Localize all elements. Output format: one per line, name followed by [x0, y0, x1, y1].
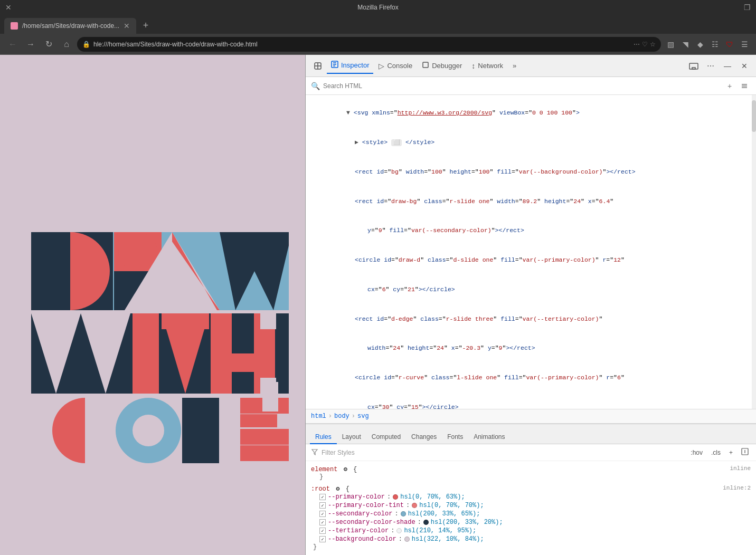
- svg-point-43: [133, 415, 164, 446]
- html-tree[interactable]: ▼ <svg xmlns="http://www.w3.org/2000/svg…: [306, 95, 756, 409]
- svg-rect-41: [85, 398, 119, 463]
- html-node-circle-rcurve-2[interactable]: cx="30" cy="15"></circle>: [306, 393, 756, 409]
- add-rule-button[interactable]: +: [727, 448, 735, 457]
- more-tabs-button[interactable]: »: [508, 58, 521, 74]
- html-node-circle-drawd-2[interactable]: cx="6" cy="21"></circle>: [306, 275, 756, 304]
- primary-color-value: hsl(0, 70%, 63%);: [400, 493, 465, 501]
- star-icon[interactable]: ☆: [650, 41, 656, 48]
- expand-arrow[interactable]: ▼: [346, 109, 354, 116]
- address-bar[interactable]: 🔒 hle:///home/sam/Sites/draw-with-code/d…: [77, 37, 661, 52]
- background-color-swatch[interactable]: [404, 537, 410, 542]
- search-icon: 🔍: [311, 82, 320, 90]
- settings-button[interactable]: ⋯: [703, 59, 718, 73]
- primary-color-swatch[interactable]: [393, 494, 398, 500]
- html-node-style[interactable]: ▶ <style> ⬜ </style>: [306, 128, 756, 157]
- svg-rect-36: [211, 353, 275, 372]
- dock-button[interactable]: —: [720, 59, 735, 73]
- breadcrumb-html[interactable]: html: [311, 413, 326, 420]
- html-node-rect-dedge-2[interactable]: width="24" height="24" x="-20.3" y="9"><…: [306, 333, 756, 363]
- firefox-account-button[interactable]: ◆: [694, 38, 706, 51]
- css-tab-computed[interactable]: Computed: [366, 430, 406, 444]
- close-devtools-button[interactable]: ✕: [737, 59, 752, 73]
- settings-icon: [741, 82, 748, 90]
- new-rule-button[interactable]: [739, 447, 751, 458]
- close-button[interactable]: ✕: [5, 3, 12, 12]
- root-settings-icon[interactable]: ⚙: [336, 485, 339, 493]
- html-node-rect-drawbg-2[interactable]: y="9" fill="var(--secondary-color)"></re…: [306, 216, 756, 245]
- secondary-color-shade-swatch[interactable]: [423, 520, 429, 525]
- html-node-rect-dedge[interactable]: <rect id="d-edge" class="r-slide three" …: [306, 304, 756, 333]
- cls-button[interactable]: .cls: [709, 448, 723, 457]
- tab-close-button[interactable]: ✕: [124, 22, 130, 30]
- primary-color-tint-swatch[interactable]: [412, 503, 417, 508]
- html-search-input[interactable]: [323, 82, 720, 90]
- primary-color-tint-checkbox[interactable]: [319, 502, 326, 509]
- bookmark-icon[interactable]: ♡: [642, 41, 648, 48]
- svg-rect-31: [133, 313, 159, 394]
- html-node-circle-rcurve[interactable]: <circle id="r-curve" class="l-slide one"…: [306, 363, 756, 393]
- svg-point-23: [118, 232, 157, 271]
- toolbar-right: ▧ ◥ ◆ ☷ 🛡 ☰: [664, 38, 751, 51]
- maximize-button[interactable]: ❐: [744, 3, 751, 12]
- browser-tab[interactable]: /home/sam/Sites/draw-with-code... ✕: [4, 18, 136, 34]
- sync-button[interactable]: ◥: [679, 38, 692, 51]
- tertiary-color-name: --tertiary-color: [328, 527, 389, 534]
- html-node-circle-drawd[interactable]: <circle id="draw-d" class="d-slide one" …: [306, 245, 756, 275]
- root-source: inline:2: [723, 485, 751, 491]
- console-tab[interactable]: ▷ Console: [374, 58, 417, 74]
- svg-rect-50: [240, 429, 289, 445]
- tertiary-color-checkbox[interactable]: [319, 528, 326, 534]
- tree-scrollbar-thumb[interactable]: [752, 100, 756, 132]
- inspector-tab[interactable]: Inspector: [327, 58, 373, 74]
- background-color-value: hsl(322, 10%, 84%);: [412, 535, 484, 543]
- back-button[interactable]: ←: [5, 37, 20, 52]
- css-tab-animations[interactable]: Animations: [468, 430, 510, 444]
- css-tab-fonts[interactable]: Fonts: [442, 430, 468, 444]
- secondary-color-swatch[interactable]: [401, 511, 406, 516]
- tertiary-color-swatch[interactable]: [396, 528, 402, 533]
- hov-button[interactable]: :hov: [688, 448, 705, 457]
- menu-button[interactable]: ☰: [738, 38, 751, 51]
- svg-rect-53: [262, 397, 278, 412]
- filter-styles-label: Filter Styles: [322, 449, 355, 456]
- secondary-color-checkbox[interactable]: [319, 511, 326, 517]
- search-actions: +: [723, 80, 751, 92]
- html-node-rect-bg[interactable]: <rect id="bg" width="100" height="100" f…: [306, 157, 756, 187]
- forward-button[interactable]: →: [23, 37, 38, 52]
- background-color-checkbox[interactable]: [319, 536, 326, 542]
- tree-scrollbar[interactable]: [752, 95, 756, 409]
- primary-color-checkbox[interactable]: [319, 494, 326, 500]
- root-rule-header: :root ⚙ { inline:2: [311, 485, 751, 493]
- css-tab-layout[interactable]: Layout: [337, 430, 366, 444]
- svg-rect-33: [162, 313, 209, 329]
- html-node-svg[interactable]: ▼ <svg xmlns="http://www.w3.org/2000/svg…: [306, 98, 756, 128]
- html-node-rect-drawbg[interactable]: <rect id="draw-bg" class="r-slide one" w…: [306, 186, 756, 216]
- search-settings-button[interactable]: [738, 80, 751, 92]
- new-tab-button[interactable]: +: [138, 18, 153, 33]
- breadcrumb-body[interactable]: body: [334, 413, 349, 420]
- element-settings-icon[interactable]: ⚙: [344, 466, 347, 473]
- cursor-icon: [314, 62, 322, 70]
- extensions-button[interactable]: ▧: [664, 38, 677, 51]
- svg-rect-49: [240, 414, 277, 427]
- secondary-color-shade-checkbox[interactable]: [319, 519, 326, 525]
- network-tab[interactable]: ↕ Network: [467, 58, 507, 74]
- shields-button[interactable]: 🛡: [723, 38, 736, 51]
- reload-button[interactable]: ↻: [41, 37, 56, 52]
- containers-button[interactable]: ☷: [708, 38, 721, 51]
- breadcrumb-svg[interactable]: svg: [357, 413, 369, 420]
- expand-arrow-style[interactable]: ▶: [355, 139, 362, 146]
- root-rule-close: }: [311, 543, 751, 551]
- add-node-button[interactable]: +: [723, 80, 736, 92]
- more-icon[interactable]: ⋯: [634, 41, 640, 48]
- pick-element-button[interactable]: [310, 58, 326, 74]
- css-tab-changes[interactable]: Changes: [406, 430, 442, 444]
- window-title: Mozilla Firefox: [357, 4, 398, 11]
- responsive-design-button[interactable]: [686, 59, 701, 73]
- root-selector: :root: [311, 485, 330, 493]
- titlebar: ✕ Mozilla Firefox ❐: [0, 0, 756, 15]
- css-toolbar-right: :hov .cls +: [688, 447, 751, 458]
- css-tab-rules[interactable]: Rules: [310, 430, 337, 444]
- debugger-tab[interactable]: Debugger: [418, 58, 466, 74]
- home-button[interactable]: ⌂: [59, 37, 74, 52]
